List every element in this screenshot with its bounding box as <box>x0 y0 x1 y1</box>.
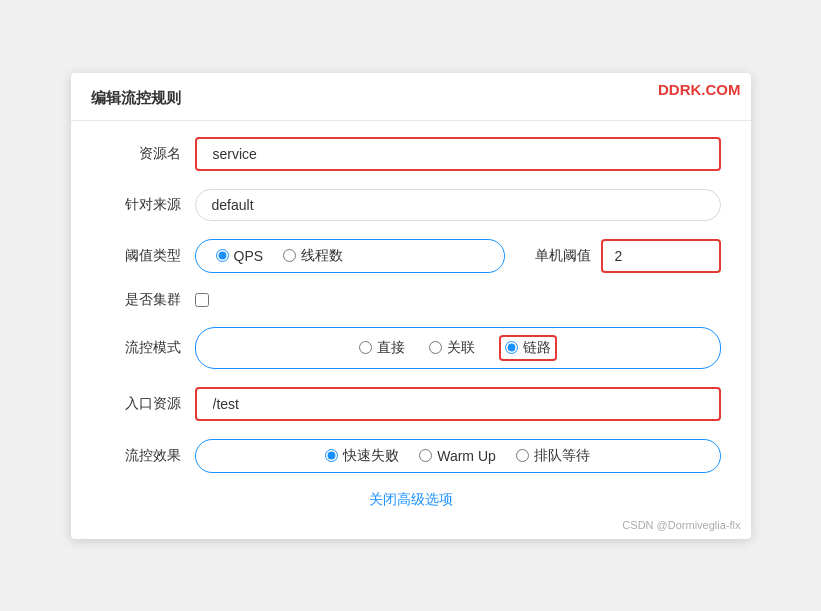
threshold-threads-option[interactable]: 线程数 <box>283 247 343 265</box>
threshold-qps-radio[interactable] <box>216 249 229 262</box>
flow-effect-control: 快速失败 Warm Up 排队等待 <box>195 439 721 473</box>
flow-mode-direct-option[interactable]: 直接 <box>359 339 405 357</box>
watermark: CSDN @Dormiveglia-flx <box>622 519 740 531</box>
threshold-type-radio-group: QPS 线程数 <box>195 239 505 273</box>
threshold-threads-label: 线程数 <box>301 247 343 265</box>
target-source-row: 针对来源 <box>101 189 721 221</box>
flow-mode-direct-label: 直接 <box>377 339 405 357</box>
flow-mode-relate-radio[interactable] <box>429 341 442 354</box>
resource-name-input[interactable] <box>195 137 721 171</box>
resource-name-row: 资源名 <box>101 137 721 171</box>
single-threshold-input[interactable] <box>601 239 721 273</box>
flow-effect-fast-option[interactable]: 快速失败 <box>325 447 399 465</box>
flow-mode-control: 直接 关联 链路 <box>195 327 721 369</box>
flow-effect-warmup-label: Warm Up <box>437 448 496 464</box>
flow-effect-queue-radio[interactable] <box>516 449 529 462</box>
flow-mode-radio-group: 直接 关联 链路 <box>195 327 721 369</box>
flow-effect-warmup-radio[interactable] <box>419 449 432 462</box>
entry-resource-control <box>195 387 721 421</box>
target-source-input[interactable] <box>195 189 721 221</box>
resource-name-label: 资源名 <box>101 145 181 163</box>
flow-mode-direct-radio[interactable] <box>359 341 372 354</box>
cluster-label: 是否集群 <box>101 291 181 309</box>
dialog-body: 资源名 针对来源 阈值类型 QPS <box>71 121 751 519</box>
flow-mode-chain-option[interactable]: 链路 <box>499 335 557 361</box>
flow-effect-queue-option[interactable]: 排队等待 <box>516 447 590 465</box>
entry-resource-input[interactable] <box>195 387 721 421</box>
threshold-type-label: 阈值类型 <box>101 247 181 265</box>
flow-effect-label: 流控效果 <box>101 447 181 465</box>
flow-mode-label: 流控模式 <box>101 339 181 357</box>
threshold-type-control: QPS 线程数 单机阈值 <box>195 239 721 273</box>
target-source-label: 针对来源 <box>101 196 181 214</box>
flow-effect-fast-label: 快速失败 <box>343 447 399 465</box>
edit-flow-rule-dialog: DDRK.COM 编辑流控规则 资源名 针对来源 阈值类型 QPS <box>71 73 751 539</box>
threshold-qps-label: QPS <box>234 248 264 264</box>
brand-top: DDRK.COM <box>658 81 741 98</box>
single-threshold-label: 单机阈值 <box>535 247 591 265</box>
flow-mode-relate-option[interactable]: 关联 <box>429 339 475 357</box>
flow-effect-radio-group: 快速失败 Warm Up 排队等待 <box>195 439 721 473</box>
threshold-qps-option[interactable]: QPS <box>216 248 264 264</box>
flow-mode-relate-label: 关联 <box>447 339 475 357</box>
flow-effect-fast-radio[interactable] <box>325 449 338 462</box>
entry-resource-row: 入口资源 <box>101 387 721 421</box>
entry-resource-label: 入口资源 <box>101 395 181 413</box>
flow-mode-chain-radio[interactable] <box>505 341 518 354</box>
threshold-row: 阈值类型 QPS 线程数 单机阈值 <box>101 239 721 273</box>
flow-effect-row: 流控效果 快速失败 Warm Up 排队等待 <box>101 439 721 473</box>
flow-effect-queue-label: 排队等待 <box>534 447 590 465</box>
threshold-threads-radio[interactable] <box>283 249 296 262</box>
cluster-control <box>195 293 721 307</box>
flow-mode-chain-label: 链路 <box>523 339 551 357</box>
resource-name-control <box>195 137 721 171</box>
flow-effect-warmup-option[interactable]: Warm Up <box>419 448 496 464</box>
cluster-row: 是否集群 <box>101 291 721 309</box>
target-source-control <box>195 189 721 221</box>
dialog-title: 编辑流控规则 <box>71 73 751 121</box>
flow-mode-row: 流控模式 直接 关联 链路 <box>101 327 721 369</box>
cluster-checkbox[interactable] <box>195 293 209 307</box>
close-advanced-link[interactable]: 关闭高级选项 <box>101 491 721 509</box>
